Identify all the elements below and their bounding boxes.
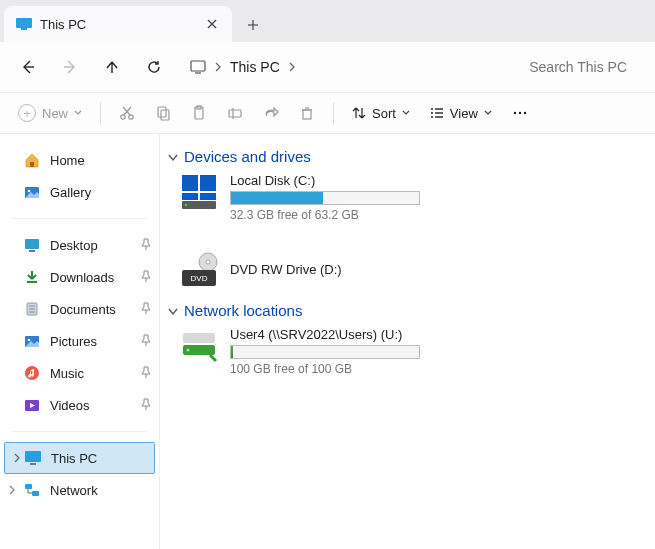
breadcrumb-current[interactable]: This PC bbox=[230, 59, 280, 75]
svg-point-31 bbox=[524, 112, 526, 114]
view-button[interactable]: View bbox=[422, 98, 500, 128]
view-label: View bbox=[450, 106, 478, 121]
drive-name: User4 (\\SRV2022\Users) (U:) bbox=[230, 327, 420, 342]
separator bbox=[12, 431, 147, 432]
svg-line-13 bbox=[123, 107, 130, 115]
downloads-icon bbox=[24, 269, 40, 285]
drive-name: Local Disk (C:) bbox=[230, 173, 420, 188]
more-button[interactable] bbox=[504, 98, 536, 128]
sidebar-item-label: Gallery bbox=[50, 185, 91, 200]
svg-rect-50 bbox=[182, 175, 198, 191]
share-icon bbox=[263, 105, 279, 121]
chevron-right-icon[interactable] bbox=[288, 60, 296, 75]
paste-button[interactable] bbox=[183, 98, 215, 128]
sidebar-item-label: Pictures bbox=[50, 334, 97, 349]
sidebar-item-this-pc[interactable]: This PC bbox=[4, 442, 155, 474]
rename-button[interactable] bbox=[219, 98, 251, 128]
up-button[interactable] bbox=[94, 49, 130, 85]
svg-rect-35 bbox=[25, 239, 39, 249]
sidebar-item-videos[interactable]: Videos bbox=[0, 389, 159, 421]
chevron-down-icon bbox=[484, 110, 492, 116]
cut-button[interactable] bbox=[111, 98, 143, 128]
chevron-down-icon[interactable] bbox=[168, 302, 178, 319]
drive-local-c[interactable]: Local Disk (C:) 32.3 GB free of 63.2 GB bbox=[180, 173, 430, 222]
search-input[interactable]: Search This PC bbox=[529, 59, 645, 75]
sidebar: Home Gallery Desktop Downloads Documents bbox=[0, 134, 160, 549]
sidebar-item-label: Network bbox=[50, 483, 98, 498]
sort-label: Sort bbox=[372, 106, 396, 121]
hdd-icon bbox=[180, 173, 220, 211]
sidebar-item-music[interactable]: Music bbox=[0, 357, 159, 389]
sidebar-item-network[interactable]: Network bbox=[0, 474, 159, 506]
svg-rect-0 bbox=[16, 18, 32, 28]
forward-button[interactable] bbox=[52, 49, 88, 85]
trash-icon bbox=[299, 105, 315, 121]
svg-rect-52 bbox=[182, 193, 198, 200]
breadcrumb[interactable]: This PC bbox=[184, 59, 302, 75]
sidebar-item-documents[interactable]: Documents bbox=[0, 293, 159, 325]
sidebar-item-label: Downloads bbox=[50, 270, 114, 285]
tab-this-pc[interactable]: This PC bbox=[4, 6, 232, 42]
svg-rect-14 bbox=[158, 107, 166, 117]
svg-point-43 bbox=[28, 339, 31, 342]
ellipsis-icon bbox=[512, 110, 528, 116]
chevron-right-icon[interactable] bbox=[6, 483, 18, 498]
gallery-icon bbox=[24, 184, 40, 200]
svg-rect-46 bbox=[25, 451, 41, 462]
separator bbox=[333, 102, 334, 124]
svg-rect-36 bbox=[29, 250, 35, 252]
sidebar-item-downloads[interactable]: Downloads bbox=[0, 261, 159, 293]
svg-point-11 bbox=[129, 115, 133, 119]
section-network-header[interactable]: Network locations bbox=[168, 302, 647, 319]
sort-button[interactable]: Sort bbox=[344, 98, 418, 128]
desktop-icon bbox=[24, 237, 40, 253]
pin-icon bbox=[141, 270, 151, 285]
svg-rect-32 bbox=[30, 162, 34, 167]
svg-point-29 bbox=[514, 112, 516, 114]
delete-button[interactable] bbox=[291, 98, 323, 128]
pin-icon bbox=[141, 302, 151, 317]
back-button[interactable] bbox=[10, 49, 46, 85]
chevron-right-icon[interactable] bbox=[11, 451, 23, 466]
nav-bar: This PC Search This PC bbox=[0, 42, 655, 92]
new-tab-button[interactable] bbox=[236, 8, 270, 42]
new-button[interactable]: + New bbox=[10, 98, 90, 128]
sidebar-item-desktop[interactable]: Desktop bbox=[0, 229, 159, 261]
documents-icon bbox=[24, 301, 40, 317]
sort-icon bbox=[352, 106, 366, 120]
sidebar-item-home[interactable]: Home bbox=[0, 144, 159, 176]
new-label: New bbox=[42, 106, 68, 121]
svg-rect-48 bbox=[25, 484, 32, 489]
pin-icon bbox=[141, 334, 151, 349]
drive-free-text: 32.3 GB free of 63.2 GB bbox=[230, 208, 420, 222]
sidebar-item-label: This PC bbox=[51, 451, 97, 466]
drive-network-u[interactable]: User4 (\\SRV2022\Users) (U:) 100 GB free… bbox=[180, 327, 430, 376]
copy-button[interactable] bbox=[147, 98, 179, 128]
svg-rect-1 bbox=[21, 28, 27, 30]
section-title: Devices and drives bbox=[184, 148, 311, 165]
svg-point-55 bbox=[185, 204, 188, 207]
sidebar-item-label: Home bbox=[50, 153, 85, 168]
sidebar-item-pictures[interactable]: Pictures bbox=[0, 325, 159, 357]
pin-icon bbox=[141, 366, 151, 381]
svg-point-30 bbox=[519, 112, 521, 114]
music-icon bbox=[24, 365, 40, 381]
sidebar-item-gallery[interactable]: Gallery bbox=[0, 176, 159, 208]
separator bbox=[12, 218, 147, 219]
share-button[interactable] bbox=[255, 98, 287, 128]
usage-bar bbox=[230, 345, 420, 359]
chevron-right-icon[interactable] bbox=[214, 60, 222, 75]
pin-icon bbox=[141, 398, 151, 413]
close-icon[interactable] bbox=[204, 16, 220, 32]
chevron-down-icon[interactable] bbox=[168, 148, 178, 165]
pictures-icon bbox=[24, 333, 40, 349]
section-devices-header[interactable]: Devices and drives bbox=[168, 148, 647, 165]
svg-rect-53 bbox=[200, 193, 216, 200]
drive-dvd-d[interactable]: DVD DVD RW Drive (D:) bbox=[180, 252, 370, 290]
svg-point-62 bbox=[187, 349, 190, 352]
rename-icon bbox=[227, 105, 243, 121]
drive-name: DVD RW Drive (D:) bbox=[230, 262, 342, 277]
section-title: Network locations bbox=[184, 302, 302, 319]
monitor-icon bbox=[16, 18, 32, 30]
refresh-button[interactable] bbox=[136, 49, 172, 85]
